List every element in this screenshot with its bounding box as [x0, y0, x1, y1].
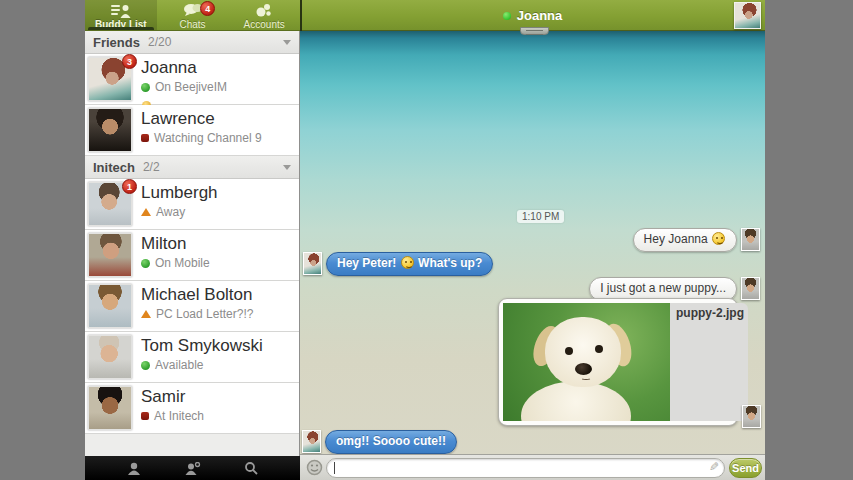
- image-message-bubble[interactable]: puppy-2.jpg: [498, 298, 738, 426]
- buddy-status: On BeejiveIM: [155, 80, 227, 94]
- presence-icon: [141, 208, 151, 216]
- tab-label: Chats: [179, 19, 205, 30]
- buddy-avatar[interactable]: [88, 108, 132, 152]
- online-status-dot: [503, 12, 511, 20]
- buddy-row[interactable]: Lawrence Watching Channel 9: [85, 105, 299, 156]
- buddy-list: Friends 2/20 3 Joanna On BeejiveIM Lawre…: [85, 31, 300, 456]
- buddy-avatar[interactable]: [88, 335, 132, 379]
- presence-icon: [141, 361, 150, 370]
- send-button[interactable]: Send: [729, 458, 762, 478]
- buddy-name: Milton: [141, 234, 210, 253]
- presence-icon: [141, 259, 150, 268]
- presence-icon: [141, 412, 149, 420]
- buddy-row[interactable]: 1 Lumbergh Away: [85, 179, 299, 230]
- beejive-app: Buddy List Chats 4: [85, 0, 765, 480]
- buddy-status: Available: [155, 358, 203, 372]
- tab-chats[interactable]: Chats 4: [157, 0, 229, 30]
- message-row: Hey Peter! What's up?: [303, 252, 493, 276]
- message-row: omg!! Soooo cute!!: [302, 430, 457, 454]
- accounts-icon: [255, 3, 273, 18]
- search-icon[interactable]: [236, 458, 266, 478]
- buddy-row[interactable]: Samir At Initech: [85, 383, 299, 434]
- emoji-picker-icon[interactable]: [306, 459, 323, 476]
- presence-icon: [141, 134, 149, 142]
- timestamp-pill: 1:10 PM: [517, 210, 564, 223]
- buddy-name: Tom Smykowski: [141, 336, 263, 355]
- buddy-name: Lawrence: [141, 109, 262, 128]
- group-name: Friends: [93, 35, 140, 50]
- buddy-avatar[interactable]: [88, 233, 132, 277]
- chat-drawer-handle[interactable]: [520, 27, 549, 35]
- joanna-avatar[interactable]: [303, 252, 322, 275]
- presence-icon: [141, 310, 151, 318]
- buddy-name: Lumbergh: [141, 183, 218, 202]
- smiley-emoji: [401, 256, 414, 269]
- unread-badge: 3: [122, 54, 137, 69]
- message-input[interactable]: [326, 458, 725, 478]
- buddy-status: At Initech: [154, 409, 204, 423]
- pane-divider: [300, 0, 302, 31]
- image-filename: puppy-2.jpg: [676, 306, 744, 320]
- peter-avatar[interactable]: [741, 228, 760, 251]
- chat-contact-avatar[interactable]: [734, 2, 761, 29]
- buddy-avatar[interactable]: 3: [88, 57, 132, 101]
- buddy-icon[interactable]: [119, 458, 149, 478]
- message-text: omg!! Soooo cute!!: [336, 434, 446, 448]
- buddy-status: On Mobile: [155, 256, 210, 270]
- app-window: Buddy List Chats 4: [0, 0, 853, 480]
- buddy-status: PC Load Letter?!?: [156, 307, 253, 321]
- message-bubble-out[interactable]: Hey Joanna: [633, 228, 737, 252]
- buddy-list-icon: [111, 3, 131, 18]
- buddy-avatar[interactable]: 1: [88, 182, 132, 226]
- message-text: I just got a new puppy...: [600, 281, 726, 295]
- tab-label: Accounts: [244, 19, 285, 30]
- tab-buddy-list[interactable]: Buddy List: [85, 0, 157, 30]
- sidebar-toolbar: [85, 456, 300, 480]
- buddy-avatar[interactable]: [88, 386, 132, 430]
- tab-accounts[interactable]: Accounts: [228, 0, 300, 30]
- message-text: Hey Peter!: [337, 256, 396, 270]
- chat-pane: Joanna 1:10 PM Hey Joanna Hey Peter!: [300, 0, 765, 480]
- group-count: 2/20: [148, 35, 283, 49]
- message-row: Hey Joanna: [633, 228, 760, 252]
- buddy-name: Samir: [141, 387, 204, 406]
- tab-label: Buddy List: [95, 19, 147, 30]
- buddy-avatar[interactable]: [88, 284, 132, 328]
- chats-unread-badge: 4: [200, 1, 215, 16]
- message-bubble-in[interactable]: Hey Peter! What's up?: [326, 252, 493, 276]
- unread-badge: 1: [122, 179, 137, 194]
- buddy-status: Away: [156, 205, 185, 219]
- buddy-name: Joanna: [141, 58, 227, 77]
- group-count: 2/2: [143, 160, 283, 174]
- group-name: Initech: [93, 160, 135, 175]
- chat-title: Joanna: [517, 8, 563, 23]
- buddy-status: Watching Channel 9: [154, 131, 262, 145]
- sidebar-tabbar: Buddy List Chats 4: [85, 0, 300, 31]
- puppy-photo[interactable]: [503, 303, 670, 421]
- group-header[interactable]: Initech 2/2: [85, 156, 299, 179]
- message-bubble-in[interactable]: omg!! Soooo cute!!: [325, 430, 457, 454]
- presence-icon: [141, 83, 150, 92]
- joanna-avatar[interactable]: [302, 430, 321, 453]
- text-caret: [334, 462, 335, 474]
- sidebar: Buddy List Chats 4: [85, 0, 300, 480]
- buddy-row[interactable]: Michael Bolton PC Load Letter?!?: [85, 281, 299, 332]
- chat-input-bar: ✎ Send: [300, 454, 765, 480]
- message-text: What's up?: [418, 256, 482, 270]
- buddy-row[interactable]: Milton On Mobile: [85, 230, 299, 281]
- buddy-row[interactable]: Tom Smykowski Available: [85, 332, 299, 383]
- buddy-row[interactable]: 3 Joanna On BeejiveIM: [85, 54, 299, 105]
- chevron-down-icon[interactable]: [283, 40, 291, 45]
- image-info-panel: puppy-2.jpg: [670, 303, 748, 421]
- chevron-down-icon[interactable]: [283, 165, 291, 170]
- add-buddy-icon[interactable]: [177, 458, 207, 478]
- peter-avatar[interactable]: [742, 405, 761, 428]
- peter-avatar[interactable]: [741, 277, 760, 300]
- buddy-name: Michael Bolton: [141, 285, 253, 304]
- smiley-emoji: [712, 232, 725, 245]
- message-text: Hey Joanna: [644, 232, 708, 246]
- group-header[interactable]: Friends 2/20: [85, 31, 299, 54]
